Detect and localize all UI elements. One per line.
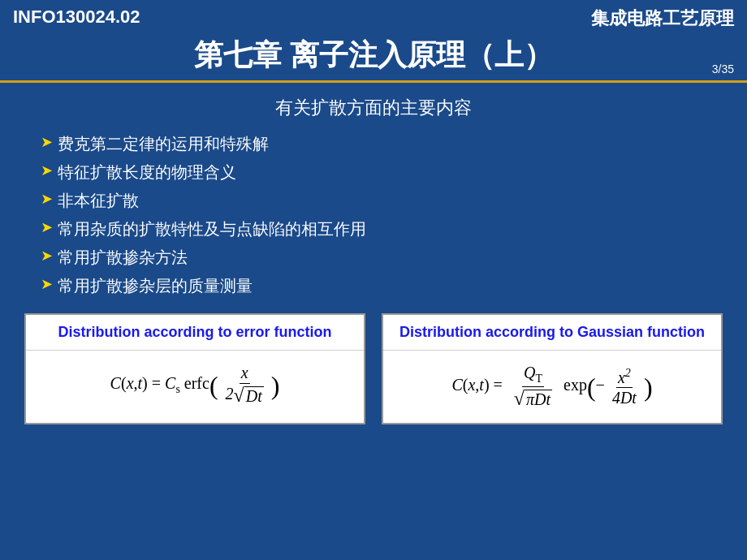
list-item: ➤ 常用扩散掺杂层的质量测量 [41, 275, 723, 297]
bullet-list: ➤ 费克第二定律的运用和特殊解 ➤ 特征扩散长度的物理含义 ➤ 非本征扩散 ➤ … [24, 133, 723, 297]
list-item: ➤ 特征扩散长度的物理含义 [41, 162, 723, 183]
list-item: ➤ 费克第二定律的运用和特殊解 [41, 133, 723, 155]
bullet-text: 非本征扩散 [58, 190, 139, 212]
header: INFO130024.02 集成电路工艺原理 [0, 0, 747, 34]
bullet-icon: ➤ [41, 275, 53, 293]
bullet-icon: ➤ [41, 162, 53, 179]
section-heading: 有关扩散方面的主要内容 [24, 96, 723, 120]
list-item: ➤ 常用杂质的扩散特性及与点缺陷的相互作用 [41, 218, 723, 240]
course-name: 集成电路工艺原理 [591, 6, 734, 31]
bullet-text: 费克第二定律的运用和特殊解 [58, 133, 269, 155]
formula-title-error: Distribution according to error function [26, 315, 364, 351]
page-title: 第七章 离子注入原理（上） [0, 36, 747, 75]
formula-title-gaussian: Distribution according to Gaussian funct… [383, 315, 721, 351]
slide-number: 3/35 [712, 62, 734, 75]
bullet-icon: ➤ [41, 218, 53, 236]
formula-section: Distribution according to error function… [24, 313, 723, 424]
list-item: ➤ 常用扩散掺杂方法 [41, 247, 723, 269]
formula-box-gaussian: Distribution according to Gaussian funct… [382, 313, 723, 424]
bullet-text: 常用杂质的扩散特性及与点缺陷的相互作用 [58, 218, 366, 240]
course-code: INFO130024.02 [13, 6, 140, 28]
formula-box-error: Distribution according to error function… [24, 313, 365, 424]
title-bar: 第七章 离子注入原理（上） 3/35 [0, 34, 747, 83]
formula-body-error: C(x,t) = Cs erfc( x 2√Dt ) [26, 351, 364, 420]
bullet-icon: ➤ [41, 133, 53, 151]
bullet-text: 特征扩散长度的物理含义 [58, 162, 236, 183]
bullet-icon: ➤ [41, 190, 53, 208]
formula-math-gaussian: C(x,t) = QT √πDt exp(− x2 4Dt ) [451, 364, 652, 410]
bullet-text: 常用扩散掺杂层的质量测量 [58, 275, 253, 297]
list-item: ➤ 非本征扩散 [41, 190, 723, 212]
bullet-text: 常用扩散掺杂方法 [58, 247, 188, 269]
main-content: 有关扩散方面的主要内容 ➤ 费克第二定律的运用和特殊解 ➤ 特征扩散长度的物理含… [0, 83, 747, 437]
formula-math-error: C(x,t) = Cs erfc( x 2√Dt ) [110, 364, 280, 407]
bullet-icon: ➤ [41, 247, 53, 265]
formula-body-gaussian: C(x,t) = QT √πDt exp(− x2 4Dt ) [383, 351, 721, 423]
